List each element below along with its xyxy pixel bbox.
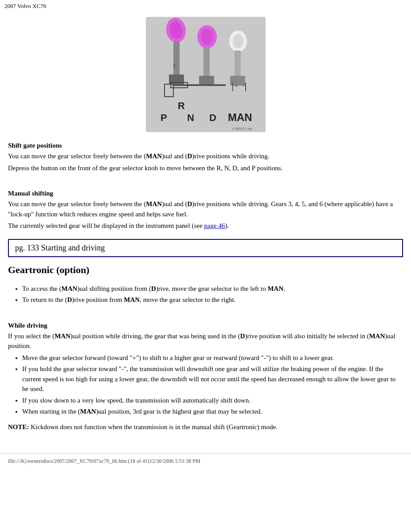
while-driving-bullet3: If you slow down to a very low speed, th…	[22, 395, 403, 406]
svg-text:N: N	[187, 112, 194, 123]
gear-diagram-container: R P N D MAN + − ↕ 4 SEG71 bis	[8, 17, 403, 134]
svg-text:D: D	[209, 112, 216, 123]
while-driving-bullet4: When starting in the (MAN)ual position, …	[22, 407, 403, 417]
while-driving-para1: If you select the (MAN)ual position whil…	[8, 331, 403, 351]
svg-text:MAN: MAN	[228, 111, 252, 123]
svg-text:4 SEG71 bis: 4 SEG71 bis	[232, 127, 252, 131]
footer-text: file:///K|/ownersdocs/2007/2007_XC70/07x…	[8, 458, 200, 464]
while-driving-bullet2: If you hold the gear selector toward "-"…	[22, 364, 403, 394]
svg-text:P: P	[160, 112, 167, 123]
geartronic-bullet1: To access the (MAN)ual shifting position…	[22, 284, 403, 294]
shift-gate-heading: Shift gate positions	[8, 142, 403, 149]
main-content: R P N D MAN + − ↕ 4 SEG71 bis Shift gate…	[0, 17, 411, 449]
svg-text:+: +	[235, 82, 238, 89]
geartronic-bullet2: To return to the (D)rive position from M…	[22, 295, 403, 305]
footer-bar: file:///K|/ownersdocs/2007/2007_XC70/07x…	[0, 453, 411, 467]
top-bar: 2007 Volvo XC70	[0, 0, 411, 12]
manual-shifting-heading: Manual shifting	[8, 190, 403, 197]
note-bold: NOTE:	[8, 423, 29, 430]
manual-shifting-para1: You can move the gear selector freely be…	[8, 199, 403, 219]
svg-rect-8	[199, 76, 214, 86]
svg-point-6	[201, 29, 213, 45]
note-text: Kickdown does not function when the tran…	[29, 423, 278, 430]
svg-point-10	[233, 34, 243, 48]
geartronic-heading: Geartronic (option)	[8, 264, 403, 276]
svg-text:↕: ↕	[172, 62, 176, 69]
note-line: NOTE: Kickdown does not function when th…	[8, 422, 403, 432]
while-driving-heading: While driving	[8, 322, 403, 329]
manual-shifting-para2: The currently selected gear will be disp…	[8, 221, 403, 231]
while-driving-bullets: Move the gear selector forward (toward "…	[22, 353, 403, 417]
gear-diagram: R P N D MAN + − ↕ 4 SEG71 bis	[146, 17, 266, 132]
page-box: pg. 133 Starting and driving	[8, 239, 403, 257]
shift-gate-para2: Depress the button on the front of the g…	[8, 163, 403, 173]
while-driving-bullet1: Move the gear selector forward (toward "…	[22, 353, 403, 363]
geartronic-bullets: To access the (MAN)ual shifting position…	[22, 284, 403, 305]
svg-text:R: R	[178, 100, 185, 111]
top-bar-label: 2007 Volvo XC70	[4, 3, 46, 9]
page46-link[interactable]: page 46	[204, 222, 225, 229]
shift-gate-para1: You can move the gear selector freely be…	[8, 151, 403, 161]
svg-rect-14	[172, 84, 226, 86]
